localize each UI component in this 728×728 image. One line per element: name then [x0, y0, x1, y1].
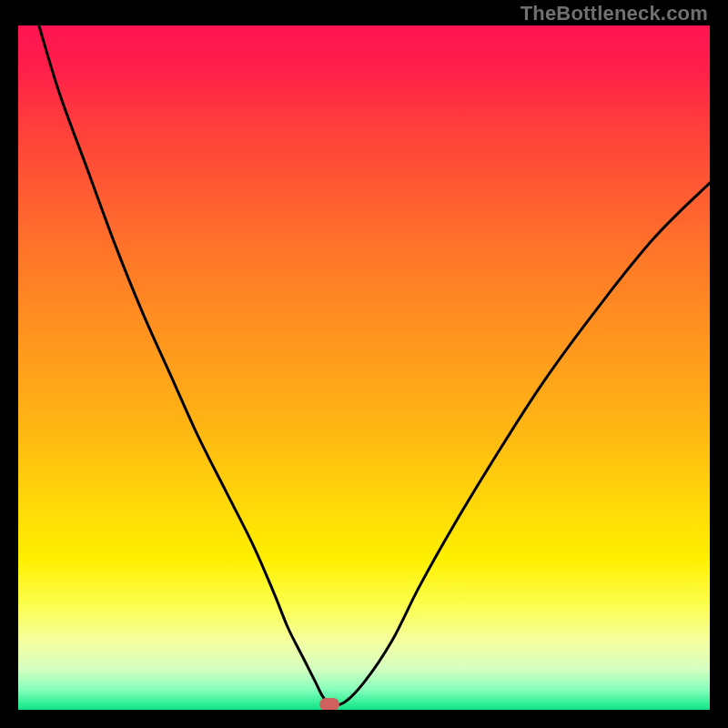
chart-container: TheBottleneck.com	[0, 0, 728, 728]
plot-area	[18, 25, 710, 710]
bottleneck-curve	[18, 25, 710, 710]
optimal-marker	[319, 698, 339, 710]
attribution-label: TheBottleneck.com	[521, 2, 708, 25]
